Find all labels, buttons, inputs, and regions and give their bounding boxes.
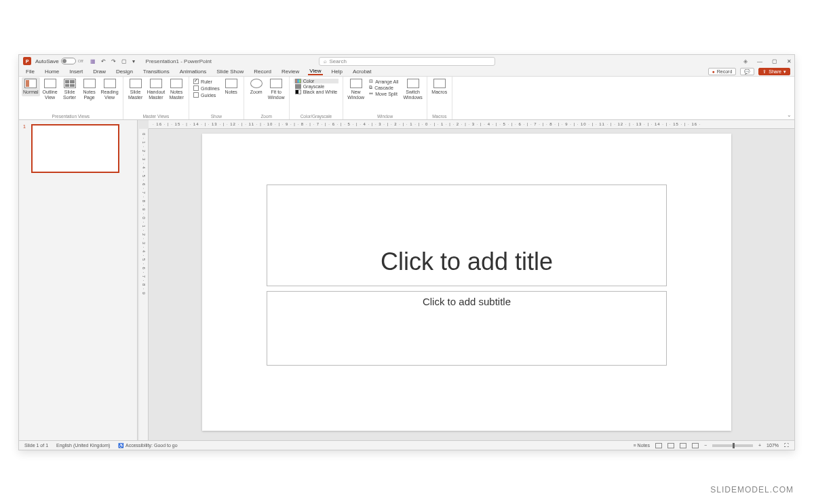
- tab-slideshow[interactable]: Slide Show: [215, 69, 245, 75]
- tab-design[interactable]: Design: [115, 69, 134, 75]
- autosave-toggle[interactable]: AutoSave Off: [35, 58, 83, 64]
- notes-button[interactable]: Notes: [223, 79, 239, 95]
- zoom-out-icon[interactable]: −: [704, 443, 707, 448]
- zoom-slider[interactable]: [712, 444, 753, 447]
- minimize-icon[interactable]: —: [757, 58, 762, 64]
- slide-sorter-button[interactable]: Slide Sorter: [62, 79, 78, 100]
- share-button[interactable]: ⇪Share▾: [758, 68, 790, 75]
- work-area: 1 · 16 · | · 15 · | · 14 · | · 13 · | · …: [19, 120, 794, 440]
- watermark: SLIDEMODEL.COM: [710, 485, 794, 495]
- slide-thumbnail-pane[interactable]: 1: [19, 120, 138, 440]
- cascade-button[interactable]: ⧉Cascade: [368, 85, 400, 90]
- coming-soon-icon[interactable]: ◈: [743, 58, 748, 64]
- horizontal-ruler[interactable]: · 16 · | · 15 · | · 14 · | · 13 · | · 12…: [149, 120, 794, 129]
- slide-canvas[interactable]: Click to add title Click to add subtitle: [202, 134, 731, 431]
- record-button[interactable]: ●Record: [708, 68, 737, 75]
- accessibility-status[interactable]: ♿ Accessibility: Good to go: [118, 443, 177, 448]
- slide-thumbnail-1[interactable]: [31, 124, 119, 173]
- outline-view-button[interactable]: Outline View: [42, 79, 58, 100]
- normal-view-button[interactable]: Normal: [22, 77, 40, 96]
- guides-checkbox[interactable]: Guides: [193, 92, 220, 98]
- fit-slide-icon[interactable]: ⛶: [784, 443, 789, 448]
- customize-qat-icon[interactable]: ▾: [132, 58, 135, 64]
- present-icon[interactable]: ▢: [121, 58, 127, 64]
- tab-animations[interactable]: Animations: [178, 69, 208, 75]
- normal-icon: [24, 79, 37, 88]
- black-white-button[interactable]: Black and White: [294, 90, 339, 94]
- tab-view[interactable]: View: [308, 68, 322, 75]
- tab-file[interactable]: File: [24, 69, 36, 75]
- slide-master-icon: [130, 79, 142, 88]
- split-icon: ⇔: [369, 91, 373, 96]
- group-label: Window: [377, 114, 393, 119]
- move-split-button[interactable]: ⇔Move Split: [368, 91, 400, 96]
- checkbox-icon: [193, 79, 199, 84]
- zoom-icon: [250, 79, 263, 88]
- language-status[interactable]: English (United Kingdom): [56, 443, 110, 448]
- arrange-all-button[interactable]: ⊟Arrange All: [368, 79, 400, 84]
- group-macros: Macros Macros: [427, 77, 452, 119]
- maximize-icon[interactable]: ▢: [772, 58, 777, 64]
- notes-page-button[interactable]: Notes Page: [81, 79, 98, 100]
- macros-button[interactable]: Macros: [431, 79, 448, 95]
- new-window-icon: [350, 79, 362, 88]
- slideshow-view-icon[interactable]: [692, 443, 699, 448]
- ribbon-view: Normal Outline View Slide Sorter Notes P…: [19, 77, 794, 120]
- group-label: Zoom: [260, 114, 272, 119]
- grayscale-icon: [295, 84, 301, 89]
- handout-master-button[interactable]: Handout Master: [147, 79, 165, 100]
- reading-view-button[interactable]: Reading View: [101, 79, 119, 100]
- subtitle-placeholder[interactable]: Click to add subtitle: [267, 291, 667, 366]
- tab-draw[interactable]: Draw: [92, 69, 107, 75]
- gridlines-checkbox[interactable]: Gridlines: [193, 85, 220, 91]
- normal-view-icon[interactable]: [655, 443, 662, 448]
- save-icon[interactable]: ▦: [90, 58, 96, 64]
- slide-master-button[interactable]: Slide Master: [128, 79, 144, 100]
- new-window-button[interactable]: New Window: [347, 79, 364, 100]
- tab-transitions[interactable]: Transitions: [142, 69, 171, 75]
- tab-help[interactable]: Help: [330, 69, 344, 75]
- group-label: Show: [211, 114, 222, 119]
- comments-button[interactable]: 💬: [740, 68, 754, 75]
- sorter-icon: [64, 79, 76, 88]
- color-button[interactable]: Color: [294, 79, 339, 83]
- vertical-ruler[interactable]: 0 · 1 · 2 · 3 · 4 · 5 · 6 · 7 · 8 · 9 · …: [139, 129, 149, 440]
- ruler-checkbox[interactable]: Ruler: [193, 79, 220, 84]
- switch-windows-button[interactable]: Switch Windows: [403, 79, 422, 100]
- handout-master-icon: [150, 79, 162, 88]
- tab-review[interactable]: Review: [280, 69, 301, 75]
- color-icon: [295, 79, 301, 83]
- group-label: Color/Grayscale: [301, 114, 332, 119]
- close-icon[interactable]: ✕: [787, 58, 792, 64]
- reading-view-icon[interactable]: [680, 443, 686, 448]
- title-placeholder[interactable]: Click to add title: [267, 185, 667, 286]
- zoom-in-icon[interactable]: +: [758, 443, 761, 448]
- zoom-level[interactable]: 107%: [767, 443, 779, 448]
- collapse-ribbon-icon[interactable]: ⌄: [787, 112, 792, 118]
- redo-icon[interactable]: ↷: [111, 58, 116, 64]
- sorter-view-icon[interactable]: [667, 443, 674, 448]
- notes-toggle[interactable]: ≡ Notes: [634, 443, 650, 448]
- grayscale-button[interactable]: Grayscale: [294, 84, 339, 89]
- ribbon-tabs: File Home Insert Draw Design Transitions…: [19, 67, 794, 77]
- autosave-state: Off: [78, 59, 83, 63]
- toggle-icon[interactable]: [61, 58, 76, 64]
- bw-icon: [295, 90, 301, 94]
- fit-to-window-button[interactable]: Fit to Window: [268, 79, 285, 100]
- tab-home[interactable]: Home: [43, 69, 60, 75]
- arrange-icon: ⊟: [369, 79, 373, 84]
- notes-icon: [225, 79, 237, 88]
- tab-acrobat[interactable]: Acrobat: [351, 69, 373, 75]
- undo-icon[interactable]: ↶: [101, 58, 106, 64]
- tab-insert[interactable]: Insert: [68, 69, 84, 75]
- notes-master-icon: [170, 79, 182, 88]
- notes-master-button[interactable]: Notes Master: [168, 79, 185, 100]
- powerpoint-window: P AutoSave Off ▦ ↶ ↷ ▢ ▾ Presentation1 -…: [18, 54, 795, 450]
- window-controls: ◈ — ▢ ✕: [743, 58, 792, 64]
- zoom-button[interactable]: Zoom: [248, 79, 265, 95]
- tab-record[interactable]: Record: [252, 69, 273, 75]
- group-window: New Window ⊟Arrange All ⧉Cascade ⇔Move S…: [343, 77, 427, 119]
- title-bar: P AutoSave Off ▦ ↶ ↷ ▢ ▾ Presentation1 -…: [19, 55, 794, 67]
- slide-count[interactable]: Slide 1 of 1: [24, 443, 48, 448]
- search-box[interactable]: ⌕ Search: [319, 57, 495, 66]
